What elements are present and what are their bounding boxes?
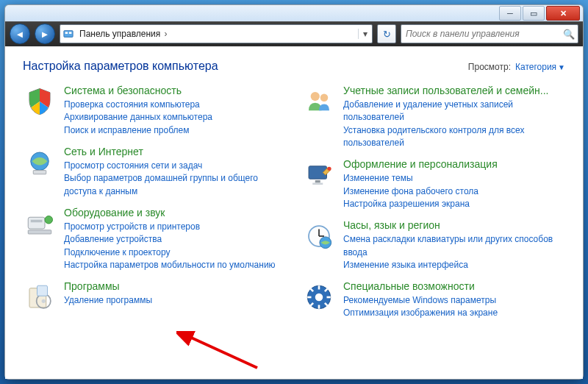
category-link[interactable]: Изменение фона рабочего стола: [343, 185, 565, 198]
category-network-internet: Сеть и ИнтернетПросмотр состояния сети и…: [23, 146, 286, 198]
system-security-icon: [23, 85, 57, 118]
user-accounts-icon: [302, 85, 336, 118]
svg-rect-16: [315, 180, 320, 183]
category-user-accounts: Учетные записи пользователей и семейн...…: [302, 85, 565, 149]
category-link[interactable]: Выбор параметров домашней группы и общег…: [64, 172, 286, 198]
category-link[interactable]: Проверка состояния компьютера: [64, 99, 286, 111]
category-body: Оформление и персонализацияИзменение тем…: [343, 158, 565, 210]
svg-point-14: [320, 94, 329, 102]
close-button[interactable]: ✕: [546, 6, 580, 21]
category-title-programs[interactable]: Программы: [64, 280, 286, 293]
search-box[interactable]: 🔍: [401, 24, 578, 43]
svg-rect-8: [28, 230, 51, 234]
category-link[interactable]: Рекомендуемые Windows параметры: [343, 294, 565, 307]
titlebar: ─ ▭ ✕: [5, 5, 583, 21]
category-link[interactable]: Оптимизация изображения на экране: [343, 307, 565, 319]
category-title-system-security[interactable]: Система и безопасность: [64, 85, 286, 97]
category-link[interactable]: Изменение языка интерфейса: [343, 259, 565, 271]
svg-rect-17: [312, 183, 323, 185]
svg-rect-2: [69, 32, 72, 34]
control-panel-window: ─ ▭ ✕ ◄ ► Панель управления › ▾ ↻ 🔍 Наст…: [4, 4, 584, 380]
category-title-user-accounts[interactable]: Учетные записи пользователей и семейн...: [343, 85, 565, 97]
svg-point-11: [42, 299, 46, 303]
category-hardware-sound: Оборудование и звукПросмотр устройств и …: [23, 207, 286, 271]
svg-point-13: [311, 92, 320, 101]
hardware-sound-icon: [23, 207, 57, 241]
control-panel-icon: [60, 29, 76, 39]
network-internet-icon: [23, 146, 57, 179]
category-programs: ПрограммыУдаление программы: [23, 280, 286, 314]
nav-back-button[interactable]: ◄: [10, 24, 30, 44]
category-body: Часы, язык и регионСмена раскладки клави…: [343, 219, 565, 271]
view-by-label: Просмотр:: [468, 62, 511, 72]
category-system-security: Система и безопасностьПроверка состояния…: [23, 85, 286, 137]
search-input[interactable]: [404, 28, 563, 40]
category-link[interactable]: Добавление и удаление учетных записей по…: [343, 99, 565, 124]
svg-point-7: [45, 216, 53, 224]
category-link[interactable]: Подключение к проектору: [64, 246, 286, 259]
category-link[interactable]: Настройка разрешения экрана: [343, 198, 565, 210]
category-ease-access: Специальные возможностиРекомендуемые Win…: [302, 280, 565, 320]
address-text: Панель управления ›: [76, 29, 358, 39]
navbar: ◄ ► Панель управления › ▾ ↻ 🔍: [5, 21, 583, 46]
category-link[interactable]: Установка родительского контроля для все…: [343, 124, 565, 150]
programs-icon: [23, 280, 57, 314]
category-body: Оборудование и звукПросмотр устройств и …: [64, 207, 286, 271]
category-title-appearance[interactable]: Оформление и персонализация: [343, 158, 565, 171]
svg-point-24: [315, 294, 323, 302]
category-link[interactable]: Архивирование данных компьютера: [64, 111, 286, 124]
clock-region-icon: [302, 219, 336, 253]
search-icon[interactable]: 🔍: [563, 29, 575, 40]
ease-access-icon: [302, 280, 336, 314]
category-link[interactable]: Добавление устройства: [64, 233, 286, 246]
category-appearance: Оформление и персонализацияИзменение тем…: [302, 158, 565, 210]
page-title: Настройка параметров компьютера: [23, 60, 218, 73]
content-area: Настройка параметров компьютера Просмотр…: [5, 46, 583, 379]
svg-rect-4: [33, 170, 46, 174]
breadcrumb-root[interactable]: Панель управления: [79, 29, 160, 39]
category-link[interactable]: Смена раскладки клавиатуры или других сп…: [343, 233, 565, 259]
appearance-icon: [302, 158, 336, 192]
chevron-down-icon[interactable]: ▼: [558, 63, 565, 71]
category-link[interactable]: Просмотр состояния сети и задач: [64, 160, 286, 172]
refresh-button[interactable]: ↻: [377, 24, 396, 43]
category-link[interactable]: Просмотр устройств и принтеров: [64, 221, 286, 233]
category-title-clock-region[interactable]: Часы, язык и регион: [343, 219, 565, 232]
svg-rect-6: [31, 220, 43, 223]
chevron-right-icon: ›: [163, 29, 169, 39]
category-link[interactable]: Изменение темы: [343, 172, 565, 185]
address-dropdown[interactable]: ▾: [358, 29, 372, 39]
maximize-button[interactable]: ▭: [523, 6, 545, 21]
category-title-hardware-sound[interactable]: Оборудование и звук: [64, 207, 286, 219]
svg-rect-1: [65, 32, 68, 34]
right-column: Учетные записи пользователей и семейн...…: [302, 85, 565, 329]
svg-point-18: [327, 167, 331, 171]
view-by-value[interactable]: Категория: [515, 62, 556, 72]
svg-rect-12: [37, 286, 48, 296]
address-bar[interactable]: Панель управления › ▾: [60, 24, 373, 43]
category-body: Специальные возможностиРекомендуемые Win…: [343, 280, 565, 320]
svg-rect-5: [28, 217, 45, 229]
category-link[interactable]: Удаление программы: [64, 294, 286, 307]
nav-forward-button[interactable]: ►: [35, 24, 55, 44]
category-title-network-internet[interactable]: Сеть и Интернет: [64, 146, 286, 158]
category-link[interactable]: Настройка параметров мобильности по умол…: [64, 259, 286, 271]
category-body: Учетные записи пользователей и семейн...…: [343, 85, 565, 149]
left-column: Система и безопасностьПроверка состояния…: [23, 85, 286, 329]
category-title-ease-access[interactable]: Специальные возможности: [343, 280, 565, 293]
category-body: Сеть и ИнтернетПросмотр состояния сети и…: [64, 146, 286, 198]
category-clock-region: Часы, язык и регионСмена раскладки клави…: [302, 219, 565, 271]
category-body: ПрограммыУдаление программы: [64, 280, 286, 314]
category-body: Система и безопасностьПроверка состояния…: [64, 85, 286, 137]
category-link[interactable]: Поиск и исправление проблем: [64, 124, 286, 137]
minimize-button[interactable]: ─: [499, 6, 521, 21]
